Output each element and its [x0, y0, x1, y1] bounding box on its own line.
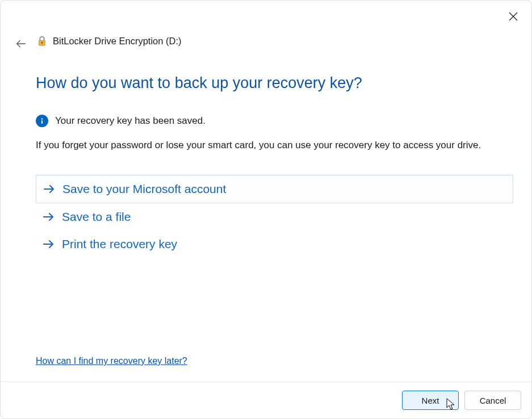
description-text: If you forget your password or lose your…: [36, 139, 513, 152]
main-content: How do you want to back up your recovery…: [36, 73, 513, 258]
option-save-microsoft-account[interactable]: Save to your Microsoft account: [36, 175, 513, 203]
help-link[interactable]: How can I find my recovery key later?: [36, 356, 187, 366]
close-icon: [509, 12, 518, 21]
options-list: Save to your Microsoft account Save to a…: [36, 175, 513, 258]
info-icon: [36, 115, 48, 127]
next-button[interactable]: Next: [402, 391, 459, 410]
arrow-right-icon: [41, 210, 55, 224]
back-button[interactable]: [14, 37, 28, 51]
bitlocker-icon: [36, 35, 48, 47]
option-label: Print the recovery key: [62, 237, 177, 251]
arrow-right-icon: [42, 182, 56, 196]
svg-point-5: [41, 118, 43, 120]
option-label: Save to your Microsoft account: [62, 182, 226, 196]
svg-rect-4: [41, 43, 42, 44]
info-row: Your recovery key has been saved.: [36, 115, 513, 127]
svg-rect-6: [41, 120, 43, 124]
close-button[interactable]: [508, 11, 519, 22]
info-text: Your recovery key has been saved.: [55, 115, 206, 127]
back-arrow-icon: [15, 37, 27, 50]
main-heading: How do you want to back up your recovery…: [36, 73, 513, 93]
window-title: BitLocker Drive Encryption (D:): [53, 36, 181, 47]
cancel-button[interactable]: Cancel: [464, 391, 521, 410]
option-print-recovery-key[interactable]: Print the recovery key: [36, 231, 513, 258]
footer: Next Cancel: [1, 382, 531, 418]
option-label: Save to a file: [62, 210, 131, 224]
arrow-right-icon: [41, 237, 55, 251]
option-save-to-file[interactable]: Save to a file: [36, 203, 513, 231]
title-row: BitLocker Drive Encryption (D:): [36, 35, 181, 47]
